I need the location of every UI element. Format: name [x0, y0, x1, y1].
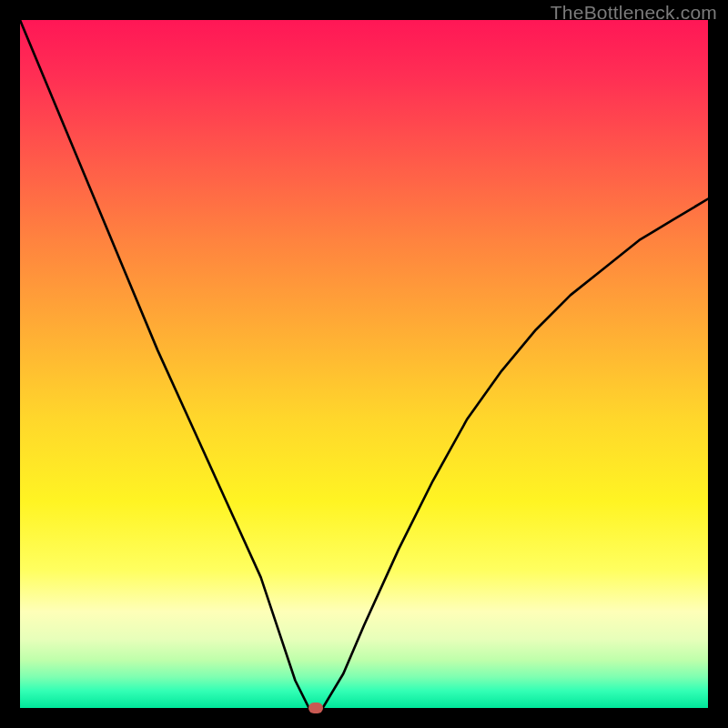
bottleneck-curve — [20, 20, 708, 708]
curve-path — [20, 20, 708, 708]
chart-plot-area — [20, 20, 708, 708]
optimal-point-marker — [308, 703, 323, 713]
